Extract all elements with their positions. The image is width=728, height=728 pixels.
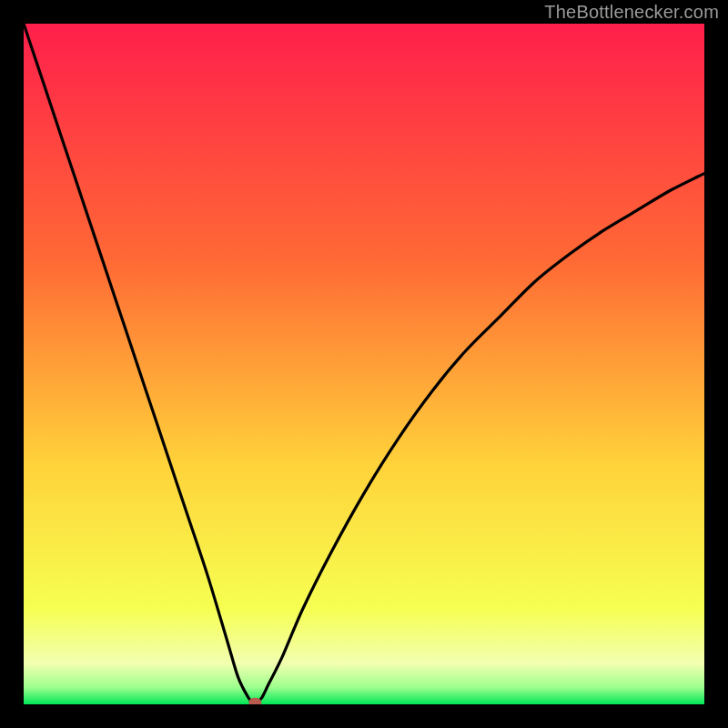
chart-frame: TheBottlenecker.com xyxy=(0,0,728,728)
watermark-text: TheBottlenecker.com xyxy=(544,2,719,23)
gradient-background xyxy=(24,24,704,704)
bottleneck-chart xyxy=(24,24,704,704)
